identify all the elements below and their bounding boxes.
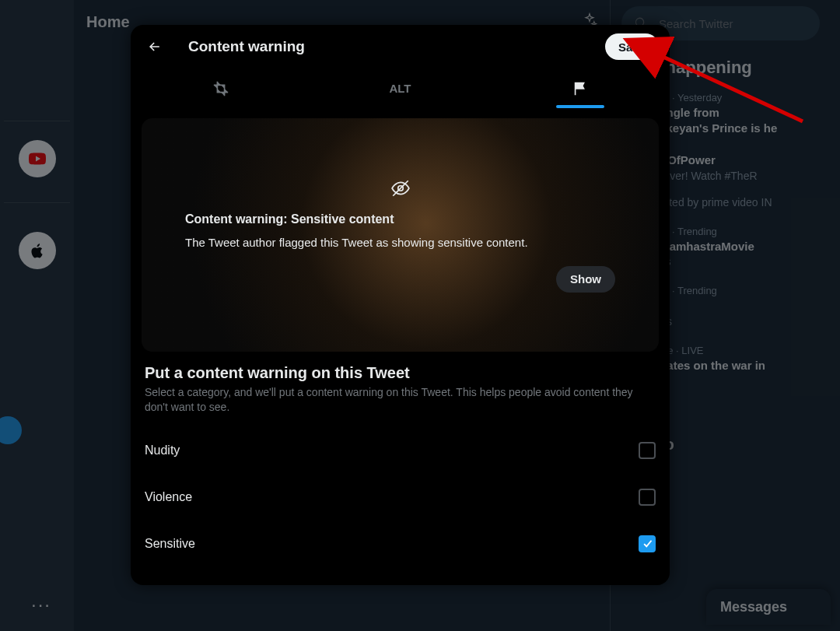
tab-alt[interactable]: ALT	[310, 68, 490, 108]
modal-title: Content warning	[188, 38, 585, 55]
modal-header: Content warning Save	[131, 25, 670, 68]
preview-heading: Content warning: Sensitive content	[185, 212, 615, 226]
option-nudity[interactable]: Nudity	[145, 427, 656, 474]
preview-panel: Content warning: Sensitive content The T…	[142, 118, 659, 352]
category-section: Put a content warning on this Tweet Sele…	[131, 352, 670, 567]
show-button[interactable]: Show	[556, 266, 615, 293]
tab-flag[interactable]	[490, 68, 670, 108]
content-warning-modal: Content warning Save ALT Content warning…	[131, 25, 670, 585]
modal-tabs: ALT	[131, 68, 670, 109]
option-sensitive[interactable]: Sensitive	[145, 521, 656, 567]
category-desc: Select a category, and we'll put a conte…	[145, 385, 656, 415]
checkbox-nudity[interactable]	[639, 442, 656, 459]
save-button[interactable]: Save	[605, 33, 659, 60]
tab-crop[interactable]	[131, 68, 310, 108]
back-button[interactable]	[142, 33, 168, 60]
checkbox-sensitive[interactable]	[639, 535, 656, 552]
eye-off-icon	[390, 178, 411, 202]
checkbox-violence[interactable]	[639, 489, 656, 506]
preview-body: The Tweet author flagged this Tweet as s…	[185, 236, 615, 249]
option-violence[interactable]: Violence	[145, 474, 656, 521]
category-heading: Put a content warning on this Tweet	[145, 364, 656, 382]
